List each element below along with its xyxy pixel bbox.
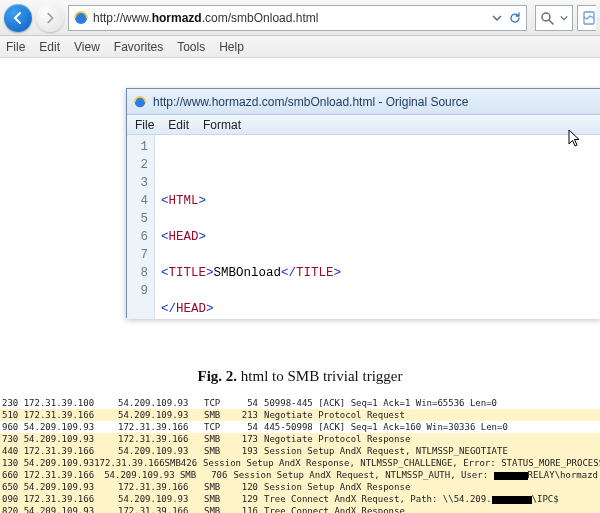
address-dropdown-button[interactable] <box>490 11 504 25</box>
src-menu-format[interactable]: Format <box>203 118 241 132</box>
src-menu-file[interactable]: File <box>135 118 154 132</box>
search-icon <box>540 11 554 25</box>
packet-row[interactable]: 510 172.31.39.16654.209.109.93SMB213Nego… <box>0 409 600 421</box>
cursor-icon <box>568 129 584 149</box>
refresh-button[interactable] <box>508 11 522 25</box>
address-bar[interactable]: http://www.hormazd.com/smbOnload.html <box>68 5 527 31</box>
ie-logo-icon <box>73 10 89 26</box>
code-line: <HEAD> <box>161 228 594 246</box>
ie-menubar: File Edit View Favorites Tools Help <box>0 36 600 58</box>
code-line <box>161 156 594 174</box>
arrow-left-icon <box>10 10 26 26</box>
arrow-right-icon <box>43 11 57 25</box>
packet-row[interactable]: 230 172.31.39.10054.209.109.93TCP5450998… <box>0 397 600 409</box>
source-body: 123456789 <HTML> <HEAD> <TITLE>SMBOnload… <box>127 135 600 319</box>
source-menubar: File Edit Format <box>127 115 600 135</box>
redacted <box>494 472 528 480</box>
refresh-icon <box>509 12 521 24</box>
figure-caption: Fig. 2. html to SMB trivial trigger <box>0 346 600 397</box>
menu-tools[interactable]: Tools <box>177 40 205 54</box>
menu-file[interactable]: File <box>6 40 25 54</box>
back-button[interactable] <box>4 4 32 32</box>
line-gutter: 123456789 <box>127 135 155 319</box>
packet-row[interactable]: 650 54.209.109.93172.31.39.166SMB120Sess… <box>0 481 600 493</box>
packet-capture: 230 172.31.39.10054.209.109.93TCP5450998… <box>0 397 600 513</box>
code-line: <HTML> <box>161 192 594 210</box>
compatibility-button[interactable] <box>577 5 596 31</box>
code-line: </HEAD> <box>161 300 594 318</box>
menu-help[interactable]: Help <box>219 40 244 54</box>
source-title-text: http://www.hormazd.com/smbOnload.html - … <box>153 95 468 109</box>
search-box[interactable] <box>535 5 573 31</box>
ie-logo-icon <box>133 95 147 109</box>
address-text: http://www.hormazd.com/smbOnload.html <box>93 11 486 25</box>
menu-edit[interactable]: Edit <box>39 40 60 54</box>
packet-row[interactable]: 090 172.31.39.16654.209.109.93SMB129Tree… <box>0 493 600 505</box>
menu-favorites[interactable]: Favorites <box>114 40 163 54</box>
page-torn-icon <box>582 11 596 25</box>
src-menu-edit[interactable]: Edit <box>168 118 189 132</box>
code-line: <TITLE>SMBOnload</TITLE> <box>161 264 594 282</box>
packet-row[interactable]: 440 172.31.39.16654.209.109.93SMB193Sess… <box>0 445 600 457</box>
source-code: <HTML> <HEAD> <TITLE>SMBOnload</TITLE> <… <box>155 135 600 319</box>
right-tools <box>531 5 596 31</box>
chevron-down-icon <box>492 13 502 23</box>
packet-row[interactable]: 660 172.31.39.16654.209.109.93SMB706Sess… <box>0 469 600 481</box>
chevron-down-icon <box>560 14 568 22</box>
redacted <box>492 496 532 504</box>
source-titlebar: http://www.hormazd.com/smbOnload.html - … <box>127 89 600 115</box>
ie-toolbar: http://www.hormazd.com/smbOnload.html <box>0 0 600 36</box>
menu-view[interactable]: View <box>74 40 100 54</box>
source-viewer-window: http://www.hormazd.com/smbOnload.html - … <box>126 88 600 318</box>
packet-row[interactable]: 730 54.209.109.93172.31.39.166SMB173Nego… <box>0 433 600 445</box>
forward-button[interactable] <box>36 4 64 32</box>
packet-row[interactable]: 130 54.209.109.93172.31.39.166SMB426Sess… <box>0 457 600 469</box>
packet-row[interactable]: 820 54.209.109.93172.31.39.166SMB116Tree… <box>0 505 600 513</box>
root: { "ie": { "url_prefix": "http://www.", "… <box>0 0 600 513</box>
packet-row[interactable]: 960 54.209.109.93172.31.39.166TCP54445-5… <box>0 421 600 433</box>
page-area: http://www.hormazd.com/smbOnload.html - … <box>0 58 600 346</box>
